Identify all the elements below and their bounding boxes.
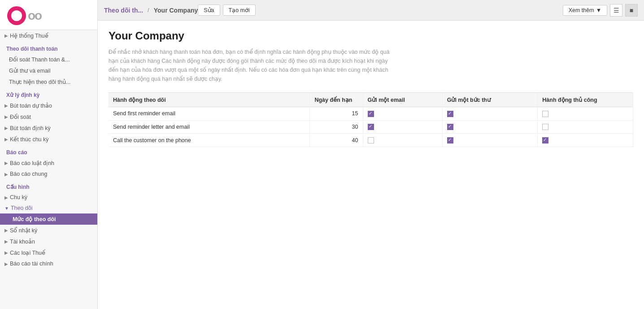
sidebar-item-tai-khoan[interactable]: ▶ Tài khoản bbox=[0, 236, 97, 247]
cell-letter-checkbox bbox=[442, 134, 538, 147]
sidebar-item-label: Theo dõi bbox=[11, 205, 33, 211]
arrow-icon: ▶ bbox=[4, 126, 8, 131]
sidebar-item-gui-thu[interactable]: Gửi thư và email bbox=[0, 65, 97, 76]
logo-text: oo bbox=[28, 9, 41, 23]
sidebar-item-label: Báo cáo luật định bbox=[10, 160, 54, 166]
letter-checkbox[interactable] bbox=[447, 137, 453, 144]
follow-actions-table: Hành động theo dõi Ngày đến hạn Gửi một … bbox=[109, 92, 633, 147]
topbar-right: Xem thêm ▼ ☰ ■ bbox=[563, 4, 638, 17]
manual-checkbox[interactable] bbox=[542, 137, 548, 144]
sidebar-item-label: Bút toán dự thảo bbox=[10, 102, 52, 109]
arrow-icon: ▶ bbox=[4, 114, 8, 119]
arrow-icon: ▶ bbox=[4, 137, 8, 142]
col-header-days: Ngày đến hạn bbox=[310, 93, 363, 107]
topbar: Theo dõi th... / Your Company Sửa Tạo mớ… bbox=[98, 0, 644, 21]
arrow-icon: ▶ bbox=[4, 261, 8, 266]
page-description: Để nhắc nhở khách hàng thanh toán hóa đơ… bbox=[109, 48, 396, 83]
sidebar-item-label: Sổ nhật ký bbox=[10, 227, 37, 234]
sidebar-item-label: Bút toán định kỳ bbox=[10, 125, 51, 131]
table-row: Call the customer on the phone40 bbox=[109, 134, 633, 147]
cell-email-checkbox bbox=[363, 134, 442, 147]
cell-action: Call the customer on the phone bbox=[109, 134, 310, 147]
edit-button[interactable]: Sửa bbox=[198, 4, 220, 16]
sidebar-item-bao-cao-tai-chinh[interactable]: ▶ Báo cáo tài chính bbox=[0, 258, 97, 269]
sidebar-item-chu-ky[interactable]: ▶ Chu kỳ bbox=[0, 192, 97, 203]
manual-checkbox[interactable] bbox=[542, 111, 548, 117]
sidebar-item-so-nhat-ky[interactable]: ▶ Sổ nhật ký bbox=[0, 225, 97, 236]
sidebar-item-bao-cao-luat[interactable]: ▶ Báo cáo luật định bbox=[0, 157, 97, 169]
email-checkbox[interactable] bbox=[368, 124, 374, 130]
cell-email-checkbox bbox=[363, 107, 442, 121]
sidebar-item-label: Đối soát Thanh toán &... bbox=[9, 57, 70, 63]
sidebar-item-label: Chu kỳ bbox=[10, 194, 27, 200]
sidebar-item-label: Báo cáo tài chính bbox=[10, 261, 53, 267]
sidebar-item-thuc-hien[interactable]: Thực hiện theo dõi thủ... bbox=[0, 76, 97, 87]
letter-checkbox[interactable] bbox=[447, 111, 453, 117]
sidebar-item-label: Mức độ theo dõi bbox=[13, 216, 56, 222]
sidebar-section-theo-doi-thanh-toan: Theo dõi thanh toán bbox=[0, 41, 97, 54]
breadcrumb-link[interactable]: Theo dõi th... bbox=[104, 7, 143, 14]
cell-letter-checkbox bbox=[442, 107, 538, 121]
sidebar-item-label: Kết thúc chu kỳ bbox=[10, 136, 49, 143]
sidebar-item-label: Thực hiện theo dõi thủ... bbox=[9, 79, 70, 85]
sidebar-item-but-toan-dk[interactable]: ▶ Bút toán định kỳ bbox=[0, 122, 97, 134]
sidebar-item-ket-thuc[interactable]: ▶ Kết thúc chu kỳ bbox=[0, 134, 97, 145]
arrow-icon: ▶ bbox=[4, 195, 8, 200]
sidebar-item-doi-soat[interactable]: Đối soát Thanh toán &... bbox=[0, 54, 97, 65]
email-checkbox[interactable] bbox=[368, 137, 374, 144]
sidebar-section-cau-hinh: Cấu hình bbox=[0, 179, 97, 192]
dropdown-arrow-icon: ▼ bbox=[596, 7, 601, 13]
content-area: Your Company Để nhắc nhở khách hàng than… bbox=[98, 21, 644, 309]
arrow-icon: ▶ bbox=[4, 250, 8, 255]
cell-action: Send first reminder email bbox=[109, 107, 310, 121]
cell-days: 30 bbox=[310, 120, 363, 134]
sidebar-item-cac-loai-thue[interactable]: ▶ Các loại Thuế bbox=[0, 247, 97, 258]
sidebar-item-label: Báo cáo chung bbox=[10, 171, 47, 177]
sidebar-item-bao-cao-chung[interactable]: ▶ Báo cáo chung bbox=[0, 169, 97, 179]
list-view-button[interactable]: ☰ bbox=[610, 4, 622, 17]
sidebar-item-doi-soat2[interactable]: ▶ Đối soát bbox=[0, 111, 97, 122]
cell-manual-checkbox bbox=[538, 120, 633, 134]
main-content: Theo dõi th... / Your Company Sửa Tạo mớ… bbox=[98, 0, 644, 309]
table-row: Send reminder letter and email30 bbox=[109, 120, 633, 134]
sidebar-item-label: Hệ thống Thuế bbox=[10, 32, 48, 39]
xem-them-label: Xem thêm bbox=[569, 7, 594, 13]
cell-days: 40 bbox=[310, 134, 363, 147]
sidebar-item-label: Tài khoản bbox=[10, 238, 35, 245]
cell-manual-checkbox bbox=[538, 134, 633, 147]
col-header-letter: Gửi một bức thư bbox=[442, 93, 538, 107]
kanban-view-button[interactable]: ■ bbox=[625, 4, 638, 17]
arrow-icon: ▶ bbox=[4, 172, 8, 177]
sidebar-item-he-thong-thue[interactable]: ▶ Hệ thống Thuế bbox=[0, 30, 97, 41]
table-row: Send first reminder email15 bbox=[109, 107, 633, 121]
manual-checkbox[interactable] bbox=[542, 124, 548, 130]
sidebar-item-theo-doi[interactable]: ▼ Theo dõi bbox=[0, 203, 97, 213]
col-header-action: Hành động theo dõi bbox=[109, 93, 310, 107]
create-button[interactable]: Tạo mới bbox=[223, 4, 256, 16]
odoo-logo: oo bbox=[7, 6, 90, 25]
cell-manual-checkbox bbox=[538, 107, 633, 121]
sidebar-section-xu-ly: Xử lý định kỳ bbox=[0, 87, 97, 100]
breadcrumb-separator: / bbox=[148, 7, 149, 13]
arrow-icon: ▶ bbox=[4, 33, 8, 38]
arrow-icon: ▶ bbox=[4, 239, 8, 244]
cell-action: Send reminder letter and email bbox=[109, 120, 310, 134]
email-checkbox[interactable] bbox=[368, 111, 374, 117]
sidebar-item-label: Gửi thư và email bbox=[9, 68, 50, 74]
logo-inner-circle bbox=[11, 10, 22, 21]
logo-area: oo bbox=[0, 0, 97, 30]
sidebar-item-muc-do-theo-doi[interactable]: Mức độ theo dõi bbox=[0, 213, 97, 225]
page-title: Your Company bbox=[109, 30, 633, 42]
cell-email-checkbox bbox=[363, 120, 442, 134]
cell-letter-checkbox bbox=[442, 120, 538, 134]
sidebar-section-bao-cao: Báo cáo bbox=[0, 145, 97, 157]
col-header-manual: Hành động thủ công bbox=[538, 93, 633, 107]
sidebar-item-label: Đối soát bbox=[10, 113, 31, 120]
logo-icon bbox=[7, 6, 26, 25]
sidebar-item-but-toan-du-thao[interactable]: ▶ Bút toán dự thảo bbox=[0, 100, 97, 111]
topbar-actions: Sửa Tạo mới bbox=[198, 4, 256, 16]
xem-them-button[interactable]: Xem thêm ▼ bbox=[563, 5, 607, 16]
letter-checkbox[interactable] bbox=[447, 124, 453, 130]
breadcrumb-current: Your Company bbox=[154, 7, 198, 14]
arrow-icon: ▼ bbox=[4, 206, 9, 211]
